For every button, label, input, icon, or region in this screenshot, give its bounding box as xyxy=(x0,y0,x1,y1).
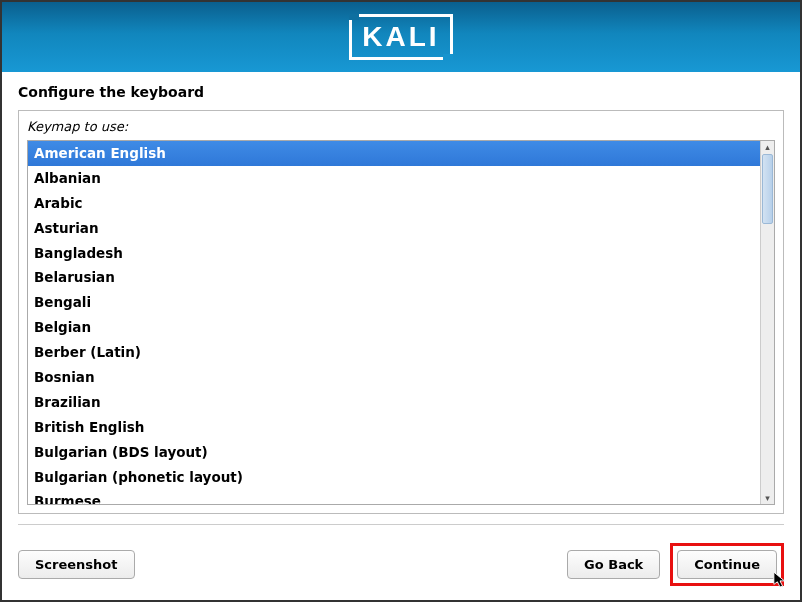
keymap-list[interactable]: American EnglishAlbanianArabicAsturianBa… xyxy=(28,141,760,504)
keymap-option[interactable]: Bangladesh xyxy=(28,241,760,266)
scroll-down-arrow[interactable]: ▾ xyxy=(762,492,773,504)
page-title: Configure the keyboard xyxy=(18,84,784,100)
keymap-label: Keymap to use: xyxy=(27,119,775,134)
keymap-option[interactable]: Bosnian xyxy=(28,365,760,390)
keymap-option[interactable]: American English xyxy=(28,141,760,166)
scrollbar-thumb[interactable] xyxy=(762,154,773,224)
screenshot-button[interactable]: Screenshot xyxy=(18,550,135,579)
keymap-option[interactable]: Belarusian xyxy=(28,265,760,290)
kali-logo: KALI xyxy=(349,14,452,60)
keymap-option[interactable]: Belgian xyxy=(28,315,760,340)
scroll-up-arrow[interactable]: ▴ xyxy=(762,141,773,153)
keymap-option[interactable]: Asturian xyxy=(28,216,760,241)
keymap-list-container: American EnglishAlbanianArabicAsturianBa… xyxy=(27,140,775,505)
keymap-option[interactable]: Bulgarian (BDS layout) xyxy=(28,440,760,465)
button-bar: Screenshot Go Back Continue xyxy=(2,543,800,600)
header-banner: KALI xyxy=(2,2,800,72)
keymap-option[interactable]: Berber (Latin) xyxy=(28,340,760,365)
keymap-option[interactable]: Albanian xyxy=(28,166,760,191)
kali-logo-text: KALI xyxy=(362,21,439,52)
keymap-option[interactable]: Brazilian xyxy=(28,390,760,415)
go-back-button[interactable]: Go Back xyxy=(567,550,660,579)
keymap-option[interactable]: British English xyxy=(28,415,760,440)
continue-highlight: Continue xyxy=(670,543,784,586)
keymap-option[interactable]: Bengali xyxy=(28,290,760,315)
keymap-option[interactable]: Arabic xyxy=(28,191,760,216)
continue-button[interactable]: Continue xyxy=(677,550,777,579)
keymap-option[interactable]: Burmese xyxy=(28,489,760,504)
divider xyxy=(18,524,784,525)
main-content: Configure the keyboard Keymap to use: Am… xyxy=(2,72,800,543)
scrollbar[interactable]: ▴ ▾ xyxy=(760,141,774,504)
keymap-fieldset: Keymap to use: American EnglishAlbanianA… xyxy=(18,110,784,514)
keymap-option[interactable]: Bulgarian (phonetic layout) xyxy=(28,465,760,490)
